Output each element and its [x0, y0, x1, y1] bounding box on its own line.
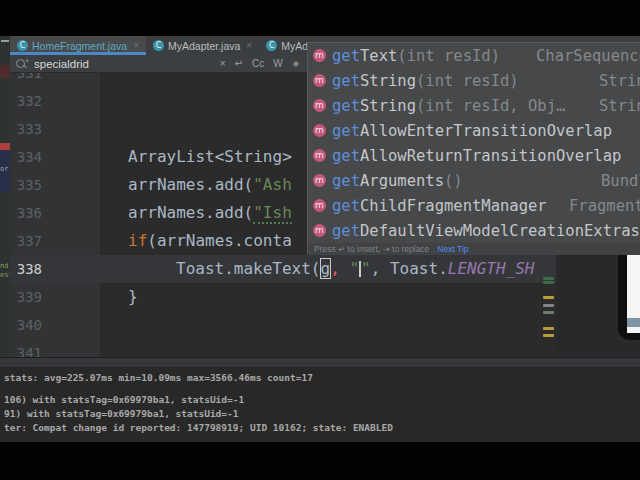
method-name: Text — [360, 47, 397, 65]
clear-icon[interactable]: × — [220, 58, 226, 69]
method-params: (int resId, Obj… — [416, 97, 565, 115]
method-name: String — [360, 72, 416, 90]
method-icon: m — [313, 224, 326, 237]
code-token: (arrNames.conta — [147, 231, 292, 250]
code-line-338[interactable]: Toast.makeText(g, "", Toast.LENGTH_SH — [176, 259, 534, 279]
error-stripe-mark — [543, 334, 554, 337]
code-token: } — [128, 287, 138, 306]
match-case-icon[interactable]: Cc — [252, 58, 264, 69]
error-stripe-mark — [543, 277, 554, 280]
line-number: 334 — [8, 149, 42, 165]
method-icon: m — [313, 149, 326, 162]
error-stripe-mark — [543, 296, 554, 299]
method-params: () — [444, 172, 463, 190]
return-type: String — [599, 72, 640, 90]
code-token: " — [361, 259, 371, 278]
method-icon: m — [313, 174, 326, 187]
method-name: AllowEnterTransitionOverlap — [360, 122, 612, 140]
regex-icon[interactable]: ∗ — [292, 58, 300, 69]
return-type: CharSequence — [536, 47, 640, 65]
completion-hint: Press ↵ to insert, ⇥ to replace — [314, 244, 429, 254]
code-token: " — [349, 259, 359, 278]
match-prefix: get — [332, 172, 360, 190]
logcat-console[interactable]: stats: avg=225.07ms min=10.09ms max=3566… — [0, 357, 640, 442]
match-prefix: get — [332, 122, 360, 140]
search-input[interactable]: specialdrid — [34, 58, 89, 70]
line-number: 339 — [8, 289, 42, 305]
return-type: FragmentManager — [569, 197, 640, 215]
close-icon[interactable]: × — [133, 40, 139, 51]
method-name: ChildFragmentManager — [360, 197, 547, 215]
code-line-335[interactable]: arrNames.add("Ash — [128, 175, 292, 195]
java-class-icon: C — [153, 40, 164, 51]
method-name: Arguments — [360, 172, 444, 190]
completion-item-getstring[interactable]: mgetString(int resId)String — [308, 68, 640, 93]
completion-item-gettext[interactable]: mgetText(int resId)CharSequence — [308, 43, 640, 68]
match-prefix: get — [332, 222, 360, 240]
close-icon[interactable]: × — [246, 40, 252, 51]
method-icon: m — [313, 199, 326, 212]
search-icon: ▾ — [16, 58, 30, 70]
code-token: if — [128, 231, 147, 250]
line-number: 333 — [8, 121, 42, 137]
code-token — [340, 259, 350, 278]
completion-item-getallowreturntransitionoverlap[interactable]: mgetAllowReturnTransitionOverlap — [308, 143, 640, 168]
method-icon: m — [313, 49, 326, 62]
letterbox-top — [0, 0, 640, 36]
code-token: Toast.makeText( — [176, 259, 321, 278]
ide-window: orndest CHomeFragment.java×CMyAdapter.ja… — [0, 0, 640, 480]
code-token: "Ash — [253, 175, 292, 194]
tab-homefragment-java[interactable]: CHomeFragment.java× — [10, 36, 146, 55]
match-prefix: get — [332, 197, 360, 215]
code-line-336[interactable]: arrNames.add("Ish — [128, 203, 292, 223]
completion-item-getallowentertransitionoverlap[interactable]: mgetAllowEnterTransitionOverlap — [308, 118, 640, 143]
emulator-screen-content — [627, 318, 640, 327]
method-icon: m — [313, 124, 326, 137]
java-class-icon: C — [266, 40, 277, 51]
code-token: , Toast. — [371, 259, 448, 278]
completion-footer: Press ↵ to insert, ⇥ to replace Next Tip — [308, 243, 640, 255]
code-token: g — [321, 259, 331, 278]
code-token: arrNames.add( — [128, 203, 253, 222]
code-line-337[interactable]: if(arrNames.conta — [128, 231, 292, 251]
background-text-fragment: or — [0, 165, 8, 173]
letterbox-bottom — [0, 442, 640, 480]
method-params: (int resId) — [416, 72, 519, 90]
code-token: , — [330, 259, 340, 278]
method-icon: m — [313, 99, 326, 112]
line-number: 335 — [8, 177, 42, 193]
return-type: Bundle — [601, 172, 640, 190]
background-app-strip: orndest — [0, 36, 10, 357]
console-log-line: 91) with statsTag=0x69979ba1, statsUid=-… — [4, 407, 640, 421]
next-tip-link[interactable]: Next Tip — [437, 244, 468, 254]
line-number: 337 — [8, 233, 42, 249]
console-log-line: stats: avg=225.07ms min=10.09ms max=3566… — [4, 371, 640, 385]
code-token: "Ish — [253, 203, 292, 224]
error-stripe-mark — [543, 304, 554, 307]
newline-icon[interactable]: ↵ — [235, 58, 243, 69]
completion-item-getstring[interactable]: mgetString(int resId, Obj…String — [308, 93, 640, 118]
error-stripe-mark — [543, 281, 554, 284]
minimize-dash-icon — [1, 40, 9, 42]
match-prefix: get — [332, 47, 360, 65]
method-params: (int resId) — [397, 47, 500, 65]
match-prefix: get — [332, 97, 360, 115]
error-stripe-mark — [543, 327, 554, 330]
completion-item-getarguments[interactable]: mgetArguments()Bundle — [308, 168, 640, 193]
line-number: 338 — [8, 261, 42, 277]
code-token: LENGTH_SH — [448, 259, 535, 278]
tab-myadapter-java[interactable]: CMyAdapter.java× — [146, 36, 259, 55]
console-log-line: ter: Compat change id reported: 14779891… — [4, 421, 640, 435]
completion-item-getdefaultviewmodelcreationextras[interactable]: mgetDefaultViewModelCreationExtras — [308, 218, 640, 243]
match-prefix: get — [332, 72, 360, 90]
words-icon[interactable]: W — [273, 58, 282, 69]
completion-item-getchildfragmentmanager[interactable]: mgetChildFragmentManagerFragmentManager — [308, 193, 640, 218]
code-line-339[interactable]: } — [128, 287, 138, 307]
method-name: String — [360, 97, 416, 115]
java-class-icon: C — [17, 40, 28, 51]
search-bar[interactable]: ▾ specialdrid ×↵CcW∗ — [10, 55, 307, 73]
tab-label: HomeFragment.java — [32, 40, 127, 52]
match-prefix: get — [332, 147, 360, 165]
code-line-334[interactable]: ArrayList<String> — [128, 147, 292, 167]
line-number: 336 — [8, 205, 42, 221]
